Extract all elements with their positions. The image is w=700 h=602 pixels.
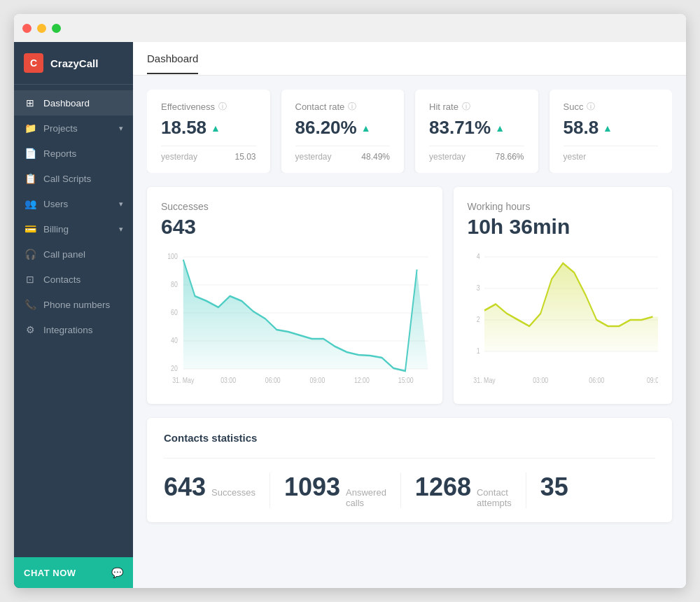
- sidebar-item-label: Call panel: [43, 249, 85, 260]
- sidebar-item-integrations[interactable]: ⚙ Integrations: [14, 317, 133, 342]
- stat-number: 1093: [284, 472, 340, 502]
- sidebar-item-call-scripts[interactable]: 📋 Call Scripts: [14, 166, 133, 191]
- svg-text:31. May: 31. May: [473, 376, 495, 384]
- charts-row: Successes 643 100: [147, 187, 672, 404]
- svg-text:1: 1: [476, 346, 479, 355]
- app-body: C CrazyCall ⊞ Dashboard 📁 Projects ▾ 📄 R…: [14, 42, 686, 588]
- sidebar-item-phone-numbers[interactable]: 📞 Phone numbers: [14, 292, 133, 317]
- projects-icon: 📁: [24, 122, 36, 134]
- titlebar: [14, 14, 686, 42]
- svg-text:31. May: 31. May: [172, 376, 194, 384]
- chat-label: CHAT NOW: [24, 568, 76, 578]
- minimize-dot[interactable]: [37, 24, 46, 33]
- svg-text:06:00: 06:00: [265, 376, 281, 384]
- sidebar-item-label: Projects: [43, 123, 78, 134]
- topbar: Dashboard: [133, 42, 686, 76]
- svg-text:09:0: 09:0: [646, 376, 658, 384]
- sidebar-item-billing[interactable]: 💳 Billing ▾: [14, 216, 133, 241]
- chart-value: 643: [161, 215, 428, 239]
- sidebar-item-label: Call Scripts: [43, 174, 91, 184]
- metric-footer: yesterday 15.03: [161, 146, 256, 162]
- svg-text:80: 80: [171, 280, 178, 288]
- sidebar-item-label: Billing: [43, 224, 69, 234]
- stats-row: 643 Successes 1093 Answered calls 1268 C…: [164, 458, 655, 508]
- svg-text:09:00: 09:00: [309, 376, 325, 384]
- metric-card-contact-rate: Contact rate ⓘ 86.20% ▲ yesterday 48.49%: [281, 90, 405, 173]
- metric-card-hit-rate: Hit rate ⓘ 83.71% ▲ yesterday 78.66%: [415, 90, 538, 173]
- integrations-icon: ⚙: [24, 324, 36, 335]
- sidebar-item-label: Phone numbers: [43, 300, 110, 310]
- stat-number: 35: [540, 472, 568, 502]
- svg-text:03:00: 03:00: [533, 376, 548, 384]
- metric-value: 86.20% ▲: [295, 117, 391, 139]
- users-icon: 👥: [24, 198, 36, 209]
- stat-label: Successes: [211, 487, 255, 498]
- main-content: Dashboard Effectiveness ⓘ 18.58 ▲: [133, 42, 686, 588]
- sidebar-item-label: Integrations: [43, 325, 93, 335]
- stat-item-successes: 643 Successes: [164, 472, 270, 508]
- svg-text:40: 40: [171, 336, 178, 344]
- chat-now-button[interactable]: CHAT NOW 💬: [14, 557, 133, 588]
- close-dot[interactable]: [22, 24, 31, 33]
- svg-text:60: 60: [171, 308, 178, 316]
- sidebar-item-label: Contacts: [43, 274, 80, 285]
- svg-text:100: 100: [167, 252, 178, 260]
- trend-up-icon: ▲: [495, 122, 505, 134]
- chart-title: Successes: [161, 201, 428, 212]
- chevron-down-icon: ▾: [119, 225, 123, 234]
- svg-text:20: 20: [171, 364, 178, 372]
- info-icon: ⓘ: [587, 101, 595, 113]
- contacts-stats-card: Contacts statistics 643 Successes 1093 A…: [147, 418, 672, 522]
- app-window: C CrazyCall ⊞ Dashboard 📁 Projects ▾ 📄 R…: [14, 14, 686, 588]
- metric-label: Contact rate ⓘ: [295, 101, 391, 113]
- sidebar-item-dashboard[interactable]: ⊞ Dashboard: [14, 90, 133, 115]
- sidebar-item-projects[interactable]: 📁 Projects ▾: [14, 115, 133, 141]
- chevron-down-icon: ▾: [119, 124, 123, 133]
- sidebar-nav: ⊞ Dashboard 📁 Projects ▾ 📄 Reports 📋 Cal…: [14, 85, 133, 557]
- stat-item-contact-attempts: 1268 Contact attempts: [415, 472, 526, 508]
- brand-icon: C: [24, 53, 43, 73]
- metric-value: 18.58 ▲: [161, 117, 256, 139]
- sidebar-item-reports[interactable]: 📄 Reports: [14, 141, 133, 166]
- brand-area: C CrazyCall: [14, 42, 133, 85]
- stat-label: Answered calls: [346, 487, 386, 508]
- successes-svg: 100 80 60 40 20: [161, 250, 428, 390]
- svg-text:3: 3: [476, 284, 479, 292]
- svg-text:12:00: 12:00: [354, 376, 370, 384]
- working-hours-svg: 4 3 2 1: [468, 250, 659, 390]
- page-title: Dashboard: [147, 52, 198, 74]
- stats-title: Contacts statistics: [164, 432, 655, 444]
- chart-container: 100 80 60 40 20: [161, 250, 428, 390]
- metric-label: Effectiveness ⓘ: [161, 101, 256, 113]
- metric-footer: yester: [564, 146, 659, 162]
- chart-container: 4 3 2 1: [468, 250, 659, 390]
- contacts-icon: ⊡: [24, 274, 36, 285]
- trend-up-icon: ▲: [211, 122, 220, 134]
- svg-text:03:00: 03:00: [220, 376, 236, 384]
- reports-icon: 📄: [24, 148, 36, 159]
- stat-item-other: 35: [540, 472, 641, 508]
- working-hours-chart-card: Working hours 10h 36min 4: [454, 187, 673, 404]
- stat-item-answered-calls: 1093 Answered calls: [284, 472, 401, 508]
- metric-value: 83.71% ▲: [429, 117, 524, 139]
- svg-text:2: 2: [476, 315, 479, 323]
- svg-text:4: 4: [476, 252, 479, 260]
- stat-label: Contact attempts: [477, 487, 512, 508]
- brand-name: CrazyCall: [50, 57, 98, 69]
- successes-chart-card: Successes 643 100: [147, 187, 442, 404]
- content-area: Effectiveness ⓘ 18.58 ▲ yesterday 15.03: [133, 76, 686, 588]
- maximize-dot[interactable]: [52, 24, 61, 33]
- stat-number: 1268: [415, 472, 471, 502]
- sidebar-item-contacts[interactable]: ⊡ Contacts: [14, 267, 133, 292]
- metric-footer: yesterday 78.66%: [429, 146, 524, 162]
- billing-icon: 💳: [24, 223, 36, 234]
- info-icon: ⓘ: [218, 101, 227, 113]
- call-panel-icon: 🎧: [24, 248, 36, 260]
- metric-card-success-rate: Succ ⓘ 58.8 ▲ yester: [550, 90, 673, 173]
- info-icon: ⓘ: [348, 101, 356, 113]
- metric-footer: yesterday 48.49%: [295, 146, 391, 162]
- sidebar-item-users[interactable]: 👥 Users ▾: [14, 191, 133, 216]
- svg-text:06:00: 06:00: [589, 376, 604, 384]
- sidebar-item-call-panel[interactable]: 🎧 Call panel: [14, 241, 133, 267]
- chart-title: Working hours: [468, 201, 659, 212]
